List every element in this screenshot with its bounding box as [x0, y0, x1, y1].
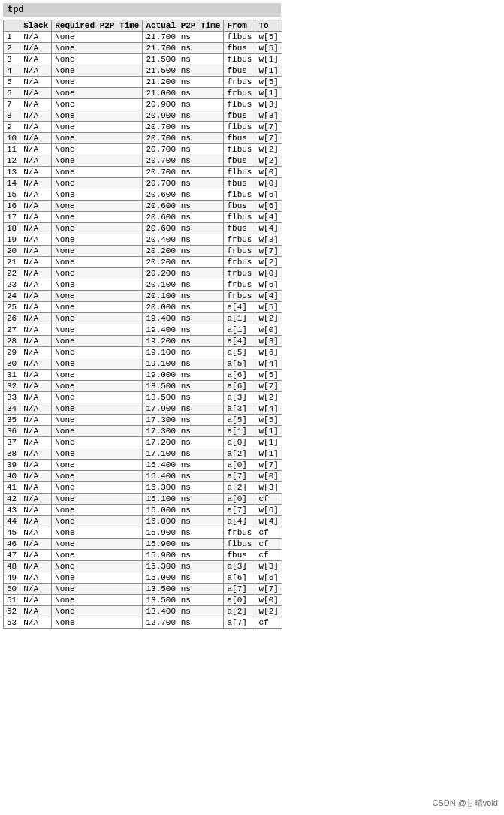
table-cell: flbus — [224, 212, 255, 223]
title-bar: tpd — [3, 3, 281, 17]
table-cell: a[7] — [224, 471, 255, 482]
table-cell: N/A — [20, 324, 52, 336]
table-cell: 20.600 ns — [143, 189, 224, 201]
table-cell: 17.100 ns — [143, 448, 224, 460]
table-cell: N/A — [20, 572, 52, 584]
table-cell: None — [52, 415, 143, 426]
table-cell: 20.700 ns — [143, 144, 224, 155]
table-cell: N/A — [20, 437, 52, 448]
table-row: 41N/ANone16.300 nsa[2]w[3] — [4, 482, 282, 494]
table-cell: N/A — [20, 122, 52, 133]
table-cell: N/A — [20, 54, 52, 65]
table-cell: 44 — [4, 516, 20, 527]
table-cell: None — [52, 505, 143, 516]
table-cell: 30 — [4, 358, 20, 370]
table-cell: w[6] — [255, 505, 282, 516]
table-row: 11N/ANone20.700 nsflbusw[2] — [4, 144, 282, 155]
table-cell: frbus — [224, 291, 255, 302]
table-cell: fbus — [224, 65, 255, 77]
table-cell: w[4] — [255, 223, 282, 234]
table-cell: frbus — [224, 77, 255, 88]
table-row: 50N/ANone13.500 nsa[7]w[7] — [4, 584, 282, 595]
table-cell: 2 — [4, 43, 20, 54]
table-cell: flbus — [224, 54, 255, 65]
table-cell: N/A — [20, 527, 52, 539]
table-cell: N/A — [20, 32, 52, 43]
table-cell: N/A — [20, 77, 52, 88]
table-cell: w[3] — [255, 234, 282, 246]
table-cell: a[7] — [224, 617, 255, 629]
table-cell: None — [52, 426, 143, 437]
table-cell: w[7] — [255, 460, 282, 471]
table-cell: 21.500 ns — [143, 65, 224, 77]
table-cell: None — [52, 189, 143, 201]
table-cell: 42 — [4, 494, 20, 505]
table-cell: 25 — [4, 302, 20, 313]
table-cell: N/A — [20, 268, 52, 279]
table-cell: 26 — [4, 313, 20, 324]
table-row: 25N/ANone20.000 nsa[4]w[5] — [4, 302, 282, 313]
table-cell: N/A — [20, 167, 52, 178]
table-cell: 37 — [4, 437, 20, 448]
table-cell: N/A — [20, 257, 52, 268]
table-cell: None — [52, 99, 143, 110]
table-cell: flbus — [224, 144, 255, 155]
table-row: 44N/ANone16.000 nsa[4]w[4] — [4, 516, 282, 527]
table-cell: N/A — [20, 65, 52, 77]
table-cell: None — [52, 234, 143, 246]
table-cell: a[2] — [224, 606, 255, 617]
table-row: 46N/ANone15.900 nsflbuscf — [4, 539, 282, 550]
table-cell: a[0] — [224, 595, 255, 606]
table-cell: a[0] — [224, 437, 255, 448]
table-cell: a[7] — [224, 584, 255, 595]
table-cell: 1 — [4, 32, 20, 43]
table-cell: frbus — [224, 279, 255, 291]
table-cell: w[2] — [255, 606, 282, 617]
table-cell: 20.200 ns — [143, 246, 224, 257]
table-cell: 20.200 ns — [143, 268, 224, 279]
table-cell: w[7] — [255, 246, 282, 257]
table-cell: 20.600 ns — [143, 223, 224, 234]
table-cell: None — [52, 122, 143, 133]
table-cell: N/A — [20, 133, 52, 144]
table-cell: 50 — [4, 584, 20, 595]
table-cell: 20.700 ns — [143, 133, 224, 144]
table-cell: 23 — [4, 279, 20, 291]
table-cell: None — [52, 201, 143, 212]
table-cell: fbus — [224, 43, 255, 54]
table-cell: N/A — [20, 358, 52, 370]
table-row: 29N/ANone19.100 nsa[5]w[6] — [4, 347, 282, 358]
table-cell: a[4] — [224, 302, 255, 313]
table-cell: 51 — [4, 595, 20, 606]
table-cell: N/A — [20, 370, 52, 381]
table-cell: N/A — [20, 336, 52, 347]
table-cell: 49 — [4, 572, 20, 584]
table-cell: None — [52, 110, 143, 122]
table-row: 10N/ANone20.700 nsfbusw[7] — [4, 133, 282, 144]
table-cell: None — [52, 77, 143, 88]
title-text: tpd — [8, 5, 24, 15]
table-cell: fbus — [224, 133, 255, 144]
table-cell: 19.400 ns — [143, 313, 224, 324]
table-cell: a[6] — [224, 572, 255, 584]
table-cell: a[6] — [224, 381, 255, 392]
table-cell: N/A — [20, 212, 52, 223]
table-cell: 31 — [4, 370, 20, 381]
table-cell: a[2] — [224, 482, 255, 494]
table-cell: N/A — [20, 561, 52, 572]
table-cell: 15.900 ns — [143, 539, 224, 550]
table-cell: 21.000 ns — [143, 88, 224, 99]
table-cell: 21.200 ns — [143, 77, 224, 88]
table-cell: None — [52, 88, 143, 99]
table-cell: 17.300 ns — [143, 426, 224, 437]
table-cell: None — [52, 223, 143, 234]
table-cell: a[0] — [224, 494, 255, 505]
table-cell: 21.700 ns — [143, 32, 224, 43]
table-row: 5N/ANone21.200 nsfrbusw[5] — [4, 77, 282, 88]
table-cell: 19 — [4, 234, 20, 246]
table-cell: 18.500 ns — [143, 381, 224, 392]
table-cell: 33 — [4, 392, 20, 403]
table-cell: 18 — [4, 223, 20, 234]
table-cell: fbus — [224, 110, 255, 122]
table-row: 32N/ANone18.500 nsa[6]w[7] — [4, 381, 282, 392]
